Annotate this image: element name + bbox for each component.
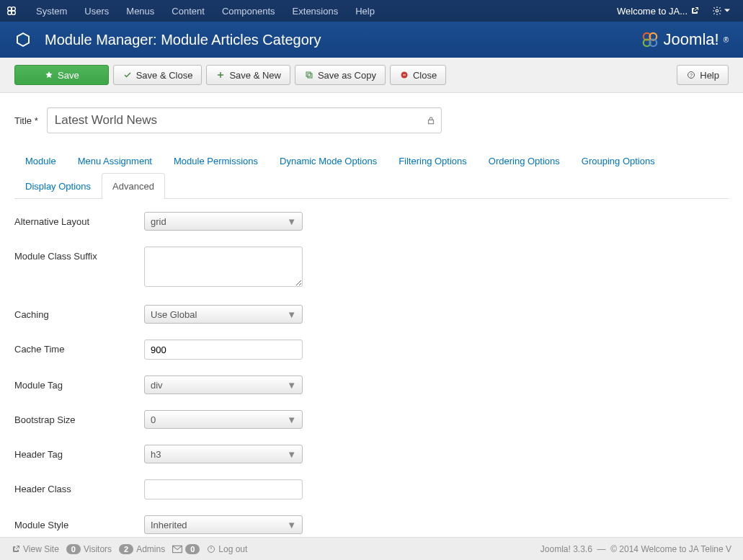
menu-system[interactable]: System	[27, 1, 76, 21]
save-close-label: Save & Close	[136, 70, 193, 81]
tab-dynamic-mode-options[interactable]: Dynamic Mode Options	[269, 148, 388, 174]
settings-menu[interactable]	[705, 6, 737, 16]
top-navbar: System Users Menus Content Components Ex…	[0, 0, 743, 22]
select-value: h3	[151, 449, 161, 460]
help-label: Help	[700, 70, 719, 81]
select-caching[interactable]: Use Global ▼	[144, 305, 303, 324]
lock-icon	[426, 115, 436, 125]
visitors-label: Visitors	[84, 544, 112, 554]
tab-module-permissions[interactable]: Module Permissions	[163, 148, 269, 174]
tab-ordering-options[interactable]: Ordering Options	[478, 148, 571, 174]
save-copy-button[interactable]: Save as Copy	[295, 65, 386, 85]
tab-advanced[interactable]: Advanced	[102, 173, 165, 199]
admins-count: 2	[119, 544, 133, 554]
chevron-down-icon: ▼	[287, 449, 296, 460]
label-module-class-suffix: Module Class Suffix	[14, 246, 144, 262]
question-icon: ?	[686, 70, 696, 80]
logout-link[interactable]: Log out	[207, 544, 247, 554]
brand-text: Joomla!	[664, 30, 719, 49]
menu-menus[interactable]: Menus	[117, 1, 163, 21]
content-area: Title * Module Menu Assignment Module Pe…	[0, 93, 743, 560]
field-module-style: Module Style Inherited ▼	[14, 515, 729, 534]
copyright-label: © 2014 Welcome to JA Teline V	[610, 544, 731, 554]
input-header-class[interactable]	[144, 479, 303, 499]
messages-link[interactable]: 0	[172, 544, 200, 554]
check-icon	[123, 70, 133, 80]
admins-label: Admins	[136, 544, 165, 554]
field-bootstrap-size: Bootstrap Size 0 ▼	[14, 410, 729, 429]
label-bootstrap-size: Bootstrap Size	[14, 410, 144, 425]
chevron-down-icon: ▼	[287, 414, 296, 425]
textarea-module-class-suffix[interactable]	[144, 246, 303, 287]
svg-rect-9	[306, 72, 311, 76]
footer-right: Joomla! 3.3.6 — © 2014 Welcome to JA Tel…	[540, 544, 731, 554]
label-caching: Caching	[14, 305, 144, 320]
label-header-tag: Header Tag	[14, 445, 144, 460]
close-button[interactable]: Close	[390, 65, 446, 85]
welcome-user[interactable]: Welcome to JA...	[611, 6, 705, 17]
field-cache-time: Cache Time	[14, 339, 729, 360]
title-row: Title *	[14, 107, 729, 133]
select-bootstrap-size[interactable]: 0 ▼	[144, 410, 303, 429]
external-link-icon	[690, 6, 699, 15]
visitors-link[interactable]: 0 Visitors	[66, 544, 112, 554]
select-value: 0	[151, 414, 156, 425]
status-bar: View Site 0 Visitors 2 Admins 0 Log out …	[0, 537, 743, 560]
cancel-icon	[399, 70, 409, 80]
help-button[interactable]: ? Help	[677, 65, 729, 85]
svg-point-0	[8, 7, 12, 11]
select-value: grid	[151, 216, 166, 227]
admin-menu: System Users Menus Content Components Ex…	[27, 1, 383, 21]
field-alternative-layout: Alternative Layout grid ▼	[14, 212, 729, 231]
svg-rect-10	[308, 74, 312, 78]
copy-icon	[304, 70, 314, 80]
svg-text:?: ?	[690, 73, 693, 78]
svg-point-4	[716, 9, 718, 12]
field-caching: Caching Use Global ▼	[14, 305, 729, 324]
sep: —	[597, 544, 606, 554]
tab-grouping-options[interactable]: Grouping Options	[571, 148, 666, 174]
input-cache-time[interactable]	[144, 339, 303, 360]
chevron-down-icon: ▼	[287, 216, 296, 227]
menu-help[interactable]: Help	[347, 1, 383, 21]
welcome-label: Welcome to JA...	[617, 6, 688, 17]
field-module-class-suffix: Module Class Suffix	[14, 246, 729, 289]
select-header-tag[interactable]: h3 ▼	[144, 445, 303, 463]
save-button[interactable]: Save	[14, 65, 109, 85]
title-input[interactable]	[47, 107, 442, 133]
tab-module[interactable]: Module	[14, 148, 67, 174]
tab-menu-assignment[interactable]: Menu Assignment	[67, 148, 163, 174]
field-header-class: Header Class	[14, 479, 729, 499]
select-value: div	[151, 380, 163, 391]
action-toolbar: Save Save & Close Save & New Save as Cop…	[0, 58, 743, 93]
admins-link[interactable]: 2 Admins	[119, 544, 165, 554]
menu-users[interactable]: Users	[76, 1, 117, 21]
tab-display-options[interactable]: Display Options	[14, 173, 102, 199]
messages-count: 0	[185, 544, 200, 554]
select-module-tag[interactable]: div ▼	[144, 375, 303, 394]
menu-components[interactable]: Components	[213, 1, 284, 21]
save-new-label: Save & New	[229, 70, 281, 81]
view-site-link[interactable]: View Site	[12, 544, 59, 554]
chevron-down-icon: ▼	[287, 520, 296, 530]
tab-filtering-options[interactable]: Filtering Options	[388, 148, 478, 174]
select-alternative-layout[interactable]: grid ▼	[144, 212, 303, 231]
module-cube-icon	[14, 30, 35, 50]
label-cache-time: Cache Time	[14, 339, 144, 355]
brand-reg: ®	[724, 36, 729, 44]
save-new-button[interactable]: Save & New	[206, 65, 290, 85]
save-close-button[interactable]: Save & Close	[113, 65, 203, 85]
envelope-icon	[172, 545, 182, 554]
menu-content[interactable]: Content	[163, 1, 213, 21]
svg-rect-14	[428, 120, 433, 123]
view-site-label: View Site	[23, 544, 59, 554]
svg-point-1	[12, 7, 15, 11]
gear-icon	[712, 6, 722, 16]
svg-point-3	[12, 11, 15, 14]
joomla-logo-icon	[641, 30, 659, 49]
joomla-mark-icon	[6, 4, 19, 17]
svg-point-2	[8, 11, 12, 14]
menu-extensions[interactable]: Extensions	[284, 1, 347, 21]
select-module-style[interactable]: Inherited ▼	[144, 515, 303, 534]
tab-bar: Module Menu Assignment Module Permission…	[14, 148, 729, 199]
